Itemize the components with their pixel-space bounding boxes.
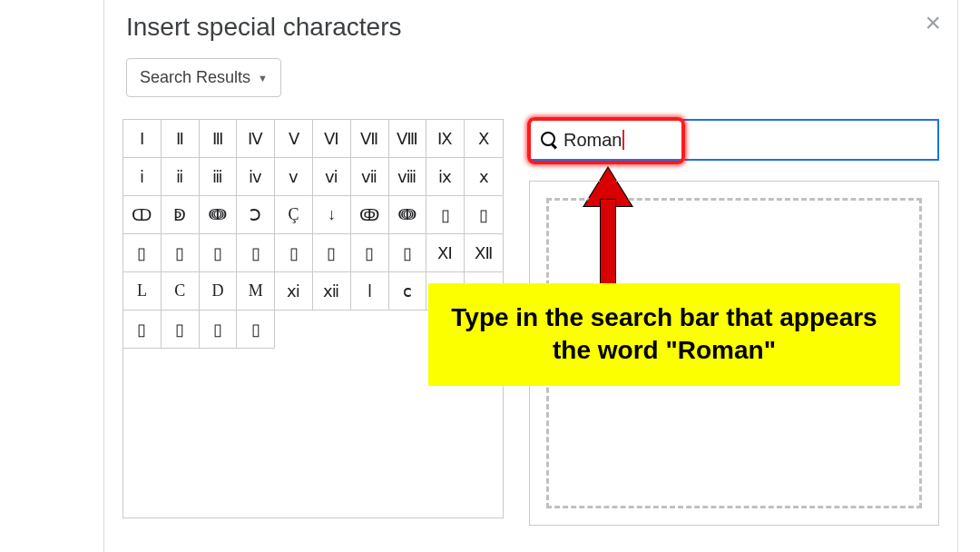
close-button[interactable]: × [925, 9, 941, 36]
search-input[interactable]: Roman [529, 119, 939, 161]
search-value: Roman [564, 130, 622, 151]
category-dropdown[interactable]: Search Results ▼ [126, 58, 281, 97]
dialog-title: Insert special characters [126, 13, 939, 42]
character-cell[interactable]: Ⅱ [162, 120, 200, 158]
character-cell[interactable]: Ⅲ [200, 120, 238, 158]
character-cell[interactable]: D [200, 272, 238, 310]
character-cell[interactable]: Ⅹ [465, 120, 503, 158]
character-cell[interactable]: Ⅵ [313, 120, 351, 158]
character-cell[interactable]: Ⅰ [123, 120, 162, 158]
character-cell[interactable]: ▯ [162, 234, 200, 272]
character-cell[interactable]: ▯ [313, 234, 351, 272]
character-cell[interactable]: Ⅶ [351, 120, 389, 158]
character-cell[interactable]: ▯ [465, 196, 503, 234]
character-cell[interactable]: ⅶ [351, 158, 389, 196]
character-cell[interactable]: ⅸ [426, 158, 465, 196]
chevron-down-icon: ▼ [258, 73, 268, 84]
character-cell[interactable]: ⅳ [237, 158, 275, 196]
character-cell[interactable]: ▯ [123, 234, 162, 272]
character-cell[interactable]: Ⅻ [465, 234, 503, 272]
character-cell[interactable]: ▯ [389, 234, 427, 272]
character-cell[interactable]: Ⅷ [389, 120, 427, 158]
character-cell[interactable]: M [237, 272, 275, 310]
character-cell[interactable]: Ç [275, 196, 313, 234]
search-icon [540, 131, 558, 149]
character-cell[interactable]: ↈ [389, 196, 427, 234]
character-cell[interactable]: Ⅺ [426, 234, 465, 272]
character-cell[interactable]: ▯ [426, 196, 465, 234]
dropdown-label: Search Results [140, 68, 250, 87]
character-cell[interactable]: ⅼ [351, 272, 389, 310]
special-characters-dialog: × Insert special characters Search Resul… [103, 0, 958, 552]
character-cell[interactable]: ⅱ [162, 158, 200, 196]
character-cell[interactable]: ▯ [200, 310, 238, 349]
character-cell[interactable]: Ⅴ [275, 120, 313, 158]
character-cell[interactable]: ⅹ [465, 158, 503, 196]
character-cell[interactable]: C [162, 272, 200, 310]
character-cell[interactable]: ▯ [123, 310, 162, 349]
character-cell[interactable]: ▯ [237, 310, 275, 349]
character-cell[interactable]: ⅴ [275, 158, 313, 196]
character-cell[interactable]: Ⅸ [426, 120, 465, 158]
character-cell[interactable]: ⅺ [275, 272, 313, 310]
character-cell[interactable]: L [123, 272, 162, 310]
text-cursor [622, 130, 624, 150]
annotation-callout: Type in the search bar that appears the … [428, 283, 900, 386]
character-cell[interactable]: ⅽ [389, 272, 427, 310]
character-cell[interactable]: ↁ [162, 196, 200, 234]
character-cell[interactable]: ↂ [351, 196, 389, 234]
character-cell[interactable]: ↓ [313, 196, 351, 234]
character-cell[interactable]: ▯ [275, 234, 313, 272]
character-cell[interactable]: ⅰ [123, 158, 162, 196]
character-cell[interactable]: Ⅳ [237, 120, 275, 158]
character-cell[interactable]: ▯ [162, 310, 200, 349]
character-cell[interactable]: ▯ [237, 234, 275, 272]
character-cell[interactable]: ⅲ [200, 158, 238, 196]
character-cell[interactable]: ↀ [123, 196, 162, 234]
character-cell[interactable]: ↈ [200, 196, 238, 234]
character-cell[interactable]: Ↄ [237, 196, 275, 234]
character-cell[interactable]: ▯ [200, 234, 238, 272]
character-cell[interactable]: ⅻ [313, 272, 351, 310]
character-cell[interactable]: ⅷ [389, 158, 427, 196]
character-cell[interactable]: ▯ [351, 234, 389, 272]
character-cell[interactable]: ⅵ [313, 158, 351, 196]
